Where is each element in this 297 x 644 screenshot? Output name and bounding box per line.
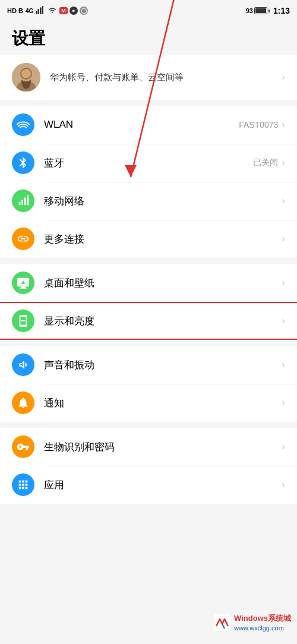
battery-level: 93	[246, 7, 253, 14]
notification-chevron: ›	[282, 397, 285, 409]
settings-item-bluetooth[interactable]: 蓝牙 已关闭 ›	[0, 144, 297, 182]
more-connection-icon	[12, 228, 34, 250]
display-brightness-chevron: ›	[282, 315, 285, 327]
svg-rect-11	[21, 200, 23, 205]
apps-chevron: ›	[282, 479, 285, 491]
more-connection-chevron: ›	[282, 233, 285, 245]
display-brightness-label: 显示和亮度	[44, 314, 278, 328]
battery-indicator: 93	[246, 7, 270, 14]
biometric-label: 生物识别和密码	[44, 440, 278, 454]
settings-group-display: 桌面和壁纸 › 显示和亮度 ›	[0, 264, 297, 340]
carrier-label: HD B	[7, 7, 23, 14]
svg-rect-1	[38, 9, 40, 14]
svg-rect-0	[36, 11, 37, 14]
desktop-wallpaper-label: 桌面和壁纸	[44, 276, 278, 290]
bluetooth-chevron: ›	[282, 157, 285, 169]
network-signal	[36, 6, 45, 15]
status-left: HD B 4G M ● ◯	[7, 6, 88, 15]
wlan-value: FAST0073	[239, 120, 278, 130]
svg-point-7	[21, 69, 31, 78]
biometric-chevron: ›	[282, 441, 285, 453]
settings-item-desktop[interactable]: 桌面和壁纸 ›	[0, 264, 297, 302]
watermark-url: www.wxclgg.com	[234, 624, 291, 632]
page-title-section: 设置	[0, 21, 297, 55]
desktop-wallpaper-chevron: ›	[282, 277, 285, 289]
avatar	[12, 63, 40, 91]
settings-item-apps[interactable]: 应用 ›	[0, 466, 297, 504]
watermark: Windows系统城 www.wxclgg.com	[214, 614, 291, 632]
more-connection-label: 更多连接	[44, 232, 278, 246]
svg-rect-13	[27, 195, 29, 206]
sound-vibration-label: 声音和振动	[44, 358, 278, 372]
wifi-icon	[12, 113, 34, 136]
settings-item-wlan[interactable]: WLAN FAST0073 ›	[0, 106, 297, 144]
mobile-network-chevron: ›	[282, 195, 285, 207]
settings-item-display-brightness[interactable]: 显示和亮度 ›	[0, 302, 297, 340]
bluetooth-icon	[12, 151, 34, 174]
sound-vibration-chevron: ›	[282, 359, 285, 371]
status-right: 93 1:13	[246, 6, 290, 15]
wlan-label: WLAN	[44, 119, 239, 131]
account-description: 华为帐号、付款与账单、云空间等	[50, 72, 282, 83]
wifi-signal	[48, 6, 57, 15]
biometric-icon	[12, 435, 34, 458]
settings-item-biometric[interactable]: 生物识别和密码 ›	[0, 428, 297, 466]
settings-group-security: 生物识别和密码 › 应用 ›	[0, 428, 297, 504]
settings-groups-container: WLAN FAST0073 › 蓝牙 已关闭 › 移动网络 › 更多连接	[0, 106, 297, 504]
apps-icon	[12, 473, 34, 496]
watermark-text: Windows系统城 www.wxclgg.com	[234, 614, 291, 632]
svg-rect-12	[24, 198, 26, 206]
settings-item-more-connection[interactable]: 更多连接 ›	[0, 220, 297, 258]
watermark-logo-icon	[214, 614, 230, 631]
settings-group-sound: 声音和振动 › 通知 ›	[0, 346, 297, 422]
settings-item-sound[interactable]: 声音和振动 ›	[0, 346, 297, 384]
watermark-brand: Windows系统城	[234, 614, 291, 624]
page-title: 设置	[12, 27, 285, 50]
notification-label: 通知	[44, 396, 278, 410]
sound-vibration-icon	[12, 353, 34, 376]
bluetooth-value: 已关闭	[253, 157, 278, 168]
mobile-network-label: 移动网络	[44, 194, 278, 208]
apps-label: 应用	[44, 478, 278, 492]
notification-icon	[12, 392, 34, 414]
time-display: 1:13	[273, 6, 290, 15]
svg-rect-10	[19, 202, 21, 206]
status-bar: HD B 4G M ● ◯ 93	[0, 0, 297, 21]
bluetooth-label: 蓝牙	[44, 156, 253, 170]
svg-rect-2	[40, 8, 42, 15]
settings-group-network: WLAN FAST0073 › 蓝牙 已关闭 › 移动网络 › 更多连接	[0, 106, 297, 258]
settings-item-notification[interactable]: 通知 ›	[0, 384, 297, 422]
app-icons: M ● ◯	[59, 7, 88, 15]
account-section[interactable]: 华为帐号、付款与账单、云空间等 ›	[0, 55, 297, 100]
settings-item-mobile[interactable]: 移动网络 ›	[0, 182, 297, 220]
display-brightness-icon	[12, 310, 34, 332]
network-4g: 4G	[26, 8, 33, 14]
wlan-chevron: ›	[282, 119, 285, 131]
mobile-network-icon	[12, 190, 34, 212]
desktop-wallpaper-icon	[12, 272, 34, 294]
svg-rect-3	[42, 6, 44, 14]
account-chevron: ›	[282, 71, 285, 83]
